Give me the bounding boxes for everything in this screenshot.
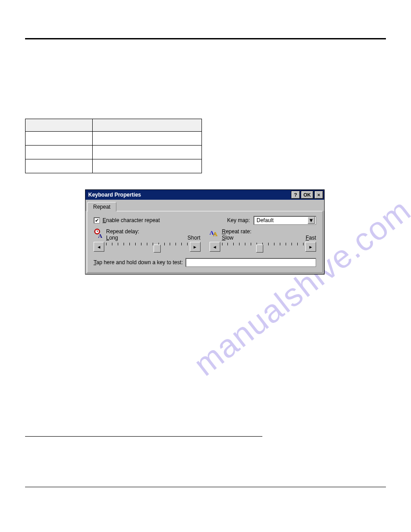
delay-short-label: Short	[188, 235, 201, 241]
tab-panel-repeat: ✔ Enable character repeat Key map: Defau…	[87, 211, 323, 273]
delay-slider-track[interactable]	[106, 242, 188, 252]
delay-decrease-button[interactable]: ◄	[94, 242, 104, 252]
table-cell	[26, 159, 93, 173]
dropdown-arrow-glyph: ▼	[308, 217, 314, 223]
keyboard-properties-dialog: Keyboard Properties ? OK × Repeat ✔ Enab…	[85, 189, 325, 275]
delay-long-label: Long	[106, 235, 118, 241]
svg-text:A: A	[213, 231, 218, 237]
table-cell	[93, 132, 202, 146]
table-cell	[93, 159, 202, 173]
keymap-dropdown[interactable]: Default ▼	[253, 216, 316, 225]
tab-repeat-label: Repeat	[93, 204, 111, 210]
rate-fast-label: Fast	[306, 235, 316, 241]
delay-increase-button[interactable]: ►	[190, 242, 201, 252]
checkmark-icon: ✔	[95, 218, 99, 223]
table-cell	[93, 146, 202, 159]
arrow-left-icon: ◄	[213, 245, 217, 249]
repeat-rate-group: A A Repeat rate: Slow Fast	[210, 228, 317, 252]
test-input[interactable]	[185, 258, 316, 267]
table-cell	[26, 146, 93, 159]
top-rule	[25, 38, 386, 39]
svg-text:A: A	[98, 232, 103, 238]
delay-slider-thumb[interactable]	[154, 245, 161, 253]
arrow-right-icon: ►	[193, 245, 197, 249]
table-header-2	[93, 119, 202, 132]
enable-repeat-label: Enable character repeat	[103, 217, 160, 223]
dialog-title: Keyboard Properties	[88, 192, 290, 198]
clock-icon: A	[94, 228, 103, 238]
rate-slider-track[interactable]	[222, 242, 304, 252]
table-header-1	[26, 119, 93, 132]
repeat-delay-group: A Repeat delay: Long Short ◄	[94, 228, 201, 252]
keymap-label: Key map:	[227, 217, 250, 223]
test-label: Tap here and hold down a key to test:	[94, 259, 183, 266]
bottom-rule	[25, 487, 386, 487]
ok-label: OK	[304, 192, 311, 197]
repeat-delay-label: Repeat delay:	[106, 228, 201, 235]
delay-ticks	[106, 243, 188, 245]
close-button[interactable]: ×	[314, 191, 323, 199]
titlebar[interactable]: Keyboard Properties ? OK ×	[86, 190, 324, 200]
enable-repeat-checkbox[interactable]: ✔	[94, 217, 100, 223]
close-icon: ×	[317, 192, 320, 197]
rate-slider-thumb[interactable]	[256, 245, 263, 253]
chevron-down-icon: ▼	[308, 217, 315, 224]
keymap-value: Default	[257, 217, 308, 223]
help-button[interactable]: ?	[291, 191, 300, 199]
ok-button[interactable]: OK	[301, 191, 313, 199]
aa-icon: A A	[210, 228, 219, 238]
footer-line	[25, 436, 262, 437]
table-cell	[26, 132, 93, 146]
rate-increase-button[interactable]: ►	[305, 242, 316, 252]
arrow-right-icon: ►	[308, 245, 313, 249]
tab-strip: Repeat	[86, 200, 324, 211]
arrow-left-icon: ◄	[97, 245, 101, 249]
rate-decrease-button[interactable]: ◄	[210, 242, 220, 252]
rate-slow-label: Slow	[222, 235, 234, 241]
tab-repeat[interactable]: Repeat	[87, 202, 116, 211]
repeat-rate-label: Repeat rate:	[222, 228, 317, 235]
help-icon: ?	[294, 192, 297, 197]
empty-table	[25, 119, 202, 173]
